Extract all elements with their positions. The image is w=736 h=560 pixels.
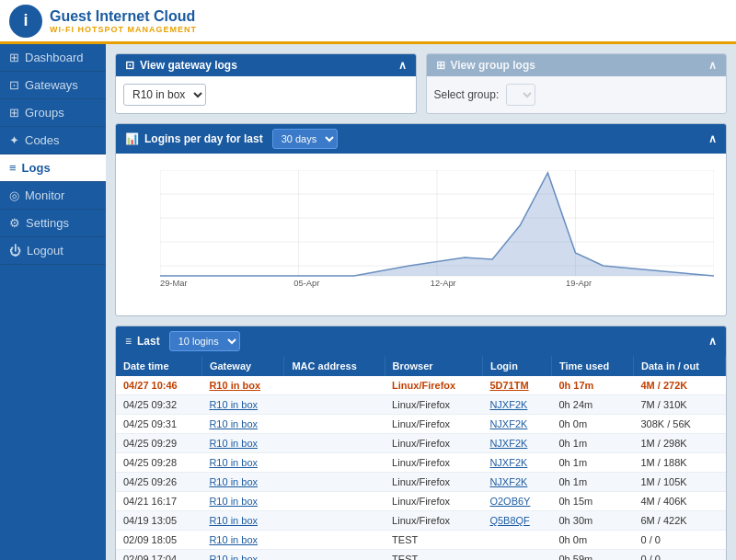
last-logins-chevron[interactable]: ∧ bbox=[708, 335, 717, 348]
cell-login: Q5B8QF bbox=[482, 511, 551, 531]
sidebar-item-logout[interactable]: ⏻ Logout bbox=[0, 237, 106, 265]
login-link[interactable]: Q5B8QF bbox=[489, 515, 529, 526]
gateway-link[interactable]: R10 in box bbox=[209, 438, 258, 449]
monitor-icon: ◎ bbox=[9, 189, 19, 202]
cell-mac bbox=[284, 434, 385, 453]
dashboard-icon: ⊞ bbox=[9, 51, 19, 64]
cell-browser: Linux/Firefox bbox=[385, 434, 482, 453]
gateway-logs-chevron[interactable]: ∧ bbox=[398, 59, 407, 72]
cell-time-used: 0h 15m bbox=[551, 492, 633, 511]
group-logs-chevron[interactable]: ∧ bbox=[708, 59, 717, 72]
sidebar-label-dashboard: Dashboard bbox=[25, 51, 84, 64]
sidebar-item-dashboard[interactable]: ⊞ Dashboard bbox=[0, 44, 106, 72]
cell-mac bbox=[284, 511, 385, 531]
sidebar-item-logs[interactable]: ≡ Logs bbox=[0, 154, 106, 182]
table-row: 04/19 13:05 R10 in box Linux/Firefox Q5B… bbox=[116, 511, 726, 531]
main-content: ⊡ View gateway logs ∧ R10 in box ⊞ View bbox=[106, 44, 736, 560]
cell-mac bbox=[284, 531, 385, 550]
group-logs-title: View group logs bbox=[451, 59, 535, 72]
cell-gateway: R10 in box bbox=[201, 531, 284, 550]
app-subtitle: WI-FI HOTSPOT MANAGEMENT bbox=[50, 25, 197, 35]
last-label: Last bbox=[137, 335, 160, 348]
logs-icon: ≡ bbox=[9, 161, 17, 175]
cell-time-used: 0h 17m bbox=[551, 376, 633, 395]
chart-chevron[interactable]: ∧ bbox=[708, 132, 717, 145]
sidebar-label-monitor: Monitor bbox=[25, 189, 64, 202]
groups-icon: ⊞ bbox=[9, 106, 19, 120]
cell-datetime: 02/09 18:05 bbox=[116, 531, 201, 550]
chart-body: 10 8 5 3 0 29-Mar 05-Apr 12-Apr 19-Apr bbox=[116, 154, 726, 315]
gateway-link[interactable]: R10 in box bbox=[209, 554, 258, 560]
login-link[interactable]: O2OB6Y bbox=[489, 496, 530, 507]
cell-data: 308K / 56K bbox=[634, 415, 726, 434]
chart-area: 10 8 5 3 0 29-Mar 05-Apr 12-Apr 19-Apr bbox=[123, 161, 719, 308]
cell-time-used: 0h 24m bbox=[551, 395, 633, 415]
cell-browser: Linux/Firefox bbox=[385, 395, 482, 415]
svg-text:05-Apr: 05-Apr bbox=[293, 279, 319, 288]
login-link[interactable]: NJXF2K bbox=[489, 438, 527, 449]
cell-data: 1M / 188K bbox=[634, 453, 726, 473]
cell-browser: TEST bbox=[385, 531, 482, 550]
sidebar-item-codes[interactable]: ✦ Codes bbox=[0, 127, 106, 154]
chart-header: 📊 Logins per day for last 30 days ∧ bbox=[116, 124, 726, 154]
gateway-link[interactable]: R10 in box bbox=[209, 399, 258, 410]
table-row: 04/25 09:28 R10 in box Linux/Firefox NJX… bbox=[116, 453, 726, 473]
cell-login: 5D71TM bbox=[482, 376, 551, 395]
cell-data: 1M / 298K bbox=[634, 434, 726, 453]
chart-icon: 📊 bbox=[125, 132, 139, 145]
cell-mac bbox=[284, 492, 385, 511]
chart-panel: 📊 Logins per day for last 30 days ∧ bbox=[115, 123, 727, 316]
gateways-icon: ⊡ bbox=[9, 78, 19, 92]
last-logins-header: ≡ Last 10 logins ∧ bbox=[116, 326, 726, 356]
sidebar-label-codes: Codes bbox=[25, 133, 60, 147]
col-mac: MAC address bbox=[284, 356, 385, 376]
cell-data: 1M / 105K bbox=[634, 473, 726, 492]
chart-period-select[interactable]: 30 days bbox=[272, 129, 338, 149]
gateway-link[interactable]: R10 in box bbox=[209, 418, 258, 429]
gateway-link[interactable]: R10 in box bbox=[209, 496, 258, 507]
select-group-label: Select group: bbox=[434, 88, 500, 101]
logins-count-select[interactable]: 10 logins bbox=[169, 331, 240, 351]
group-logs-body: Select group: bbox=[427, 76, 727, 113]
cell-mac bbox=[284, 550, 385, 561]
cell-data: 7M / 310K bbox=[634, 395, 726, 415]
sidebar-label-settings: Settings bbox=[26, 216, 69, 230]
table-row: 02/09 18:05 R10 in box TEST 0h 0m 0 / 0 bbox=[116, 531, 726, 550]
login-link[interactable]: NJXF2K bbox=[489, 457, 527, 468]
chart-title: Logins per day for last bbox=[144, 132, 263, 145]
gateway-link[interactable]: R10 in box bbox=[209, 534, 258, 545]
gateway-link[interactable]: R10 in box bbox=[209, 515, 258, 526]
gateway-logs-panel: ⊡ View gateway logs ∧ R10 in box bbox=[115, 53, 417, 114]
group-select[interactable] bbox=[506, 84, 535, 106]
gateway-select[interactable]: R10 in box bbox=[123, 84, 206, 106]
col-data: Data in / out bbox=[634, 356, 726, 376]
cell-login bbox=[482, 550, 551, 561]
sidebar: ⊞ Dashboard ⊡ Gateways ⊞ Groups ✦ Codes … bbox=[0, 44, 106, 560]
cell-datetime: 04/25 09:29 bbox=[116, 434, 201, 453]
svg-text:29-Mar: 29-Mar bbox=[160, 279, 188, 288]
cell-browser: Linux/Firefox bbox=[385, 415, 482, 434]
sidebar-item-monitor[interactable]: ◎ Monitor bbox=[0, 182, 106, 210]
sidebar-label-gateways: Gateways bbox=[25, 78, 78, 92]
cell-datetime: 04/25 09:26 bbox=[116, 473, 201, 492]
sidebar-item-gateways[interactable]: ⊡ Gateways bbox=[0, 72, 106, 99]
sidebar-item-groups[interactable]: ⊞ Groups bbox=[0, 99, 106, 127]
gateway-logs-icon: ⊡ bbox=[125, 59, 134, 72]
gateway-link[interactable]: R10 in box bbox=[209, 476, 258, 487]
sidebar-item-settings[interactable]: ⚙ Settings bbox=[0, 210, 106, 237]
login-link[interactable]: NJXF2K bbox=[489, 476, 527, 487]
cell-time-used: 0h 1m bbox=[551, 453, 633, 473]
cell-gateway: R10 in box bbox=[201, 511, 284, 531]
sidebar-label-logout: Logout bbox=[27, 244, 63, 257]
cell-gateway: R10 in box bbox=[201, 376, 284, 395]
gateway-link[interactable]: R10 in box bbox=[209, 380, 260, 391]
login-link[interactable]: NJXF2K bbox=[489, 399, 527, 410]
cell-gateway: R10 in box bbox=[201, 550, 284, 561]
cell-mac bbox=[284, 395, 385, 415]
cell-gateway: R10 in box bbox=[201, 415, 284, 434]
gateway-link[interactable]: R10 in box bbox=[209, 457, 258, 468]
login-link[interactable]: NJXF2K bbox=[489, 418, 527, 429]
settings-icon: ⚙ bbox=[9, 216, 20, 230]
login-link[interactable]: 5D71TM bbox=[489, 380, 528, 391]
cell-browser: Linux/Firefox bbox=[385, 492, 482, 511]
